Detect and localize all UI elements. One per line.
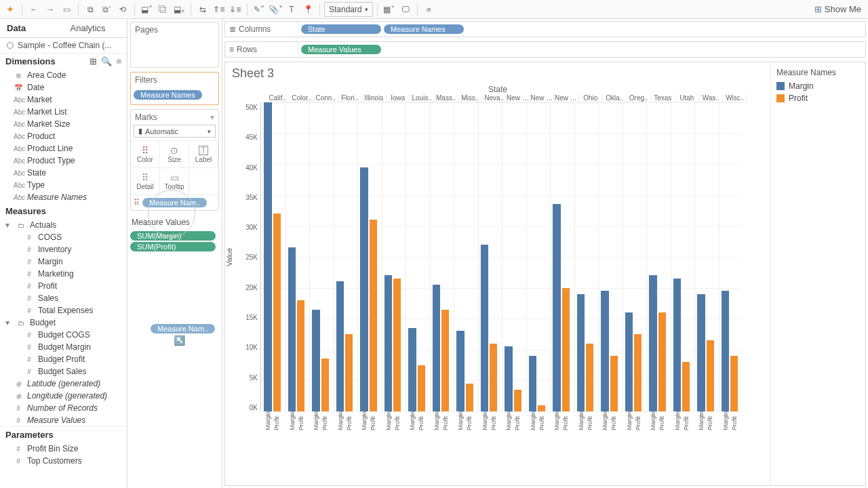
chart-plot[interactable] [260, 102, 742, 411]
bar[interactable] [722, 291, 729, 411]
dim-field[interactable]: AbcProduct [0, 130, 127, 142]
bar[interactable] [321, 359, 329, 411]
bar[interactable] [697, 294, 705, 411]
bar[interactable] [553, 204, 560, 411]
search-icon[interactable]: 🔍 [101, 56, 112, 66]
dim-field[interactable]: AbcMarket Size [0, 118, 127, 130]
dim-field[interactable]: AbcType [0, 179, 127, 191]
new-data-icon[interactable]: ⧉ [83, 2, 98, 17]
bar[interactable] [297, 300, 304, 411]
bar[interactable] [312, 310, 319, 411]
measure-field[interactable]: #Budget COGS [0, 329, 127, 341]
columns-pill-measure-names[interactable]: Measure Names [384, 24, 464, 34]
datasource-item[interactable]: Sample - Coffee Chain (... [0, 38, 127, 54]
bar[interactable] [384, 275, 392, 411]
sort-asc-icon[interactable]: ⇑≡ [212, 2, 226, 17]
bar[interactable] [514, 390, 521, 411]
bar[interactable] [505, 346, 512, 411]
swap-icon[interactable]: ⇆ [195, 2, 210, 17]
bar[interactable] [577, 294, 585, 411]
new-worksheet-icon[interactable]: ⬓˅ [139, 2, 154, 17]
measure-values-shelf[interactable]: Measure Values SUM(Margin) SUM(Profit) [130, 215, 219, 253]
bar[interactable] [730, 356, 738, 411]
dim-field[interactable]: AbcState [0, 167, 127, 179]
share-icon[interactable]: ∝ [422, 2, 437, 17]
parameter-field[interactable]: #Top Customers [0, 455, 127, 467]
bar[interactable] [682, 362, 690, 411]
tableau-logo-icon[interactable]: ✦ [3, 2, 18, 17]
filter-pill[interactable]: Measure Names [134, 90, 202, 100]
text-icon[interactable]: T [284, 2, 299, 17]
measure-field[interactable]: #Profit [0, 280, 127, 292]
tab-analytics[interactable]: Analytics [64, 19, 127, 37]
measure-field[interactable]: #Budget Margin [0, 341, 127, 353]
marks-size[interactable]: ⊙Size [160, 141, 189, 168]
dim-field[interactable]: 📅Date [0, 81, 127, 94]
marks-type-select[interactable]: ▮Automatic▾ [134, 125, 216, 138]
bar[interactable] [586, 344, 593, 411]
state-header-cell[interactable]: Utah [675, 94, 700, 102]
bar[interactable] [529, 356, 536, 411]
sort-desc-icon[interactable]: ⇓≡ [228, 2, 243, 17]
generated-field[interactable]: #Measure Values [0, 414, 127, 426]
state-header-cell[interactable]: Color.. [290, 94, 315, 102]
measure-field[interactable]: #Sales [0, 292, 127, 304]
filters-shelf[interactable]: Filters Measure Names [130, 72, 219, 105]
bar[interactable] [538, 405, 545, 411]
view-as-icon[interactable]: ⊞ [90, 56, 97, 66]
measure-field[interactable]: #COGS [0, 231, 127, 243]
tab-data[interactable]: Data [0, 19, 64, 37]
save-icon[interactable]: ▭ [59, 2, 74, 17]
measure-field[interactable]: #Marketing [0, 268, 127, 280]
legend-item-profit[interactable]: Profit [776, 94, 860, 103]
state-header-cell[interactable]: Mass.. [435, 94, 459, 102]
bar[interactable] [264, 102, 271, 411]
bar[interactable] [433, 285, 440, 411]
rows-shelf[interactable]: ≡Rows Measure Values [224, 41, 866, 58]
state-header-cell[interactable]: Flori.. [338, 94, 363, 102]
mv-pill-profit[interactable]: SUM(Profit) [130, 242, 216, 251]
dim-field[interactable]: AbcProduct Line [0, 142, 127, 155]
marks-tooltip[interactable]: ▭Tooltip [160, 168, 189, 195]
marks-detail[interactable]: ⠿Detail [131, 168, 160, 195]
columns-shelf[interactable]: ≣Columns State Measure Names [224, 21, 866, 37]
bar[interactable] [610, 356, 618, 411]
dim-field[interactable]: AbcMeasure Names [0, 191, 127, 203]
state-header-cell[interactable]: Calif.. [266, 94, 290, 102]
state-header-cell[interactable]: Texas [651, 94, 675, 102]
state-header-cell[interactable]: Miss.. [458, 94, 483, 102]
state-header-cell[interactable]: Illinois [362, 94, 387, 102]
show-me-button[interactable]: ⊞Show Me [810, 4, 865, 14]
measure-field[interactable]: #Budget Sales [0, 365, 127, 378]
columns-pill-state[interactable]: State [301, 24, 381, 34]
bar[interactable] [601, 291, 608, 411]
duplicate-icon[interactable]: ⿻ [155, 2, 170, 17]
sheet-title[interactable]: Sheet 3 [225, 62, 770, 85]
bar[interactable] [345, 334, 353, 411]
measure-field[interactable]: #Budget Profit [0, 353, 127, 365]
cards-icon[interactable]: ▦˅ [382, 2, 397, 17]
bar[interactable] [441, 310, 449, 411]
back-icon[interactable]: ← [26, 2, 41, 17]
bar[interactable] [707, 340, 714, 411]
forward-icon[interactable]: → [43, 2, 58, 17]
drag-pill-ghost[interactable]: Measure Nam.. [151, 324, 215, 333]
generated-field[interactable]: ⊕Longitude (generated) [0, 390, 127, 402]
bar[interactable] [673, 279, 681, 411]
group-budget[interactable]: ▾🗀Budget [0, 317, 127, 329]
chevron-down-icon[interactable]: ▾ [210, 113, 214, 122]
pause-data-icon[interactable]: ⧉˅ [99, 2, 114, 17]
mv-pill-margin[interactable]: SUM(Margin) [130, 231, 216, 241]
state-header-cell[interactable]: New Mexi.. [531, 94, 555, 102]
refresh-icon[interactable]: ⟲ [115, 2, 130, 17]
state-header-cell[interactable]: New Ham.. [507, 94, 531, 102]
group-actuals[interactable]: ▾🗀Actuals [0, 219, 127, 231]
state-header-cell[interactable]: Was.. [699, 94, 724, 102]
state-header-cell[interactable]: Wisc.. [724, 94, 748, 102]
marks-color[interactable]: ⠿Color [131, 141, 160, 168]
generated-field[interactable]: ⊕Latitude (generated) [0, 378, 127, 390]
dim-field[interactable]: AbcMarket List [0, 106, 127, 118]
measure-field[interactable]: #Margin [0, 256, 127, 268]
marks-label[interactable]: 🅃Label [189, 141, 218, 168]
pages-shelf[interactable]: Pages [130, 22, 219, 68]
